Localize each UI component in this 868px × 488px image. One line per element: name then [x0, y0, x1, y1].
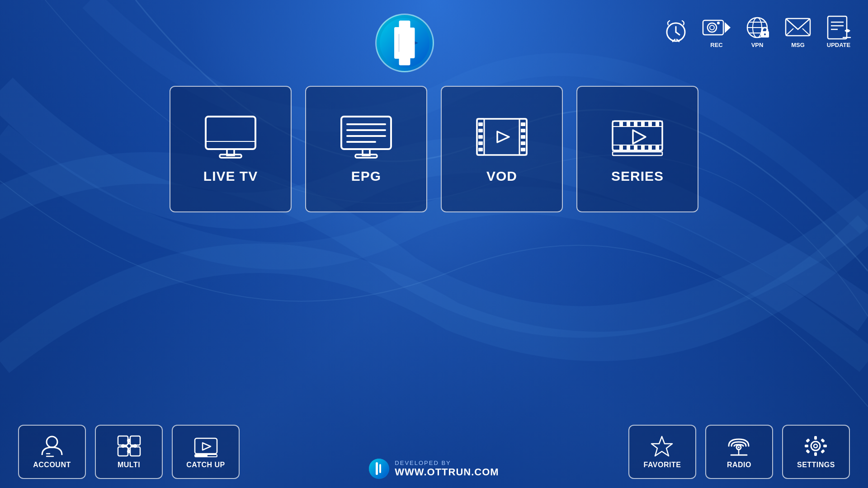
svg-rect-9 — [703, 20, 723, 35]
logo-circle — [375, 14, 434, 72]
svg-line-22 — [786, 28, 793, 36]
svg-line-23 — [802, 28, 810, 36]
vpn-icon-btn[interactable]: VPN — [741, 14, 773, 48]
svg-rect-61 — [656, 121, 659, 127]
multi-label: MULTI — [118, 461, 140, 469]
svg-rect-74 — [118, 436, 128, 445]
svg-rect-48 — [521, 122, 525, 126]
rec-label: REC — [710, 42, 722, 48]
favorite-icon — [650, 435, 675, 457]
svg-rect-56 — [619, 121, 623, 127]
multi-button[interactable]: MULTI — [95, 425, 163, 479]
svg-point-10 — [708, 23, 717, 32]
svg-marker-69 — [633, 130, 646, 144]
svg-rect-92 — [376, 462, 378, 475]
svg-rect-93 — [379, 464, 381, 473]
update-icon-btn[interactable]: UPDATE — [823, 14, 854, 48]
msg-icon-btn[interactable]: MSG — [782, 14, 814, 48]
account-icon — [40, 435, 65, 457]
developer-line2: WWW.OTTRUN.COM — [395, 466, 499, 478]
bottom-left-buttons: ACCOUNT — [18, 425, 240, 479]
svg-rect-76 — [118, 447, 128, 456]
svg-rect-44 — [478, 135, 483, 139]
svg-rect-29 — [206, 117, 255, 149]
app-logo — [375, 14, 434, 72]
svg-rect-46 — [478, 148, 483, 151]
top-bar: REC — [0, 0, 868, 72]
svg-rect-87 — [195, 438, 217, 454]
svg-rect-65 — [634, 145, 637, 150]
svg-rect-51 — [521, 141, 525, 145]
alarm-icon — [660, 18, 692, 45]
svg-rect-104 — [823, 445, 827, 447]
vod-icon — [475, 114, 529, 160]
catch-up-button[interactable]: CATCH UP — [172, 425, 240, 479]
account-label: ACCOUNT — [33, 461, 71, 469]
svg-rect-103 — [805, 445, 808, 447]
svg-rect-90 — [195, 455, 208, 457]
bottom-bar: ACCOUNT — [0, 425, 868, 488]
developer-credit: DEVELOPED BY WWW.OTTRUN.COM — [369, 459, 499, 479]
radio-icon — [726, 435, 751, 457]
svg-rect-1 — [394, 27, 401, 59]
account-button[interactable]: ACCOUNT — [18, 425, 86, 479]
msg-label: MSG — [791, 42, 805, 48]
svg-point-96 — [738, 446, 740, 448]
catch-up-icon — [193, 435, 218, 457]
svg-rect-77 — [130, 447, 140, 456]
svg-rect-52 — [521, 148, 525, 151]
svg-rect-106 — [821, 449, 826, 454]
svg-rect-50 — [521, 135, 525, 139]
svg-rect-101 — [814, 436, 817, 440]
svg-marker-12 — [725, 22, 731, 33]
epg-icon — [339, 114, 393, 160]
svg-point-11 — [710, 25, 714, 30]
svg-rect-43 — [478, 129, 483, 132]
svg-point-13 — [717, 22, 720, 24]
svg-rect-70 — [613, 152, 662, 155]
svg-rect-58 — [634, 121, 637, 127]
radio-label: RADIO — [727, 461, 751, 469]
svg-rect-105 — [806, 438, 811, 443]
main-menu: LIVE TV EPG — [170, 86, 698, 212]
svg-rect-57 — [627, 121, 630, 127]
live-tv-icon — [203, 114, 258, 160]
live-tv-card[interactable]: LIVE TV — [170, 86, 292, 212]
svg-point-82 — [127, 444, 131, 448]
svg-point-20 — [764, 33, 766, 35]
svg-rect-102 — [814, 452, 817, 456]
vpn-label: VPN — [751, 42, 764, 48]
vod-card[interactable]: VOD — [441, 86, 563, 212]
svg-rect-107 — [806, 449, 811, 454]
developer-text: DEVELOPED BY WWW.OTTRUN.COM — [395, 460, 499, 478]
settings-button[interactable]: SETTINGS — [782, 425, 850, 479]
rec-icon-btn[interactable]: REC — [701, 14, 732, 48]
favorite-label: FAVORITE — [644, 461, 681, 469]
svg-rect-63 — [619, 145, 623, 150]
settings-label: SETTINGS — [797, 461, 835, 469]
svg-rect-60 — [648, 121, 652, 127]
svg-rect-64 — [627, 145, 630, 150]
svg-rect-68 — [656, 145, 659, 150]
svg-rect-108 — [821, 438, 826, 443]
live-tv-label: LIVE TV — [203, 169, 258, 184]
series-card[interactable]: SERIES — [576, 86, 698, 212]
svg-rect-45 — [478, 141, 483, 145]
svg-marker-53 — [497, 131, 509, 142]
svg-rect-42 — [478, 122, 483, 126]
radio-button[interactable]: RADIO — [705, 425, 773, 479]
svg-point-91 — [369, 459, 389, 479]
epg-card[interactable]: EPG — [305, 86, 427, 212]
svg-marker-94 — [651, 436, 672, 456]
svg-rect-24 — [828, 16, 847, 39]
series-icon — [610, 114, 665, 160]
favorite-button[interactable]: FAVORITE — [628, 425, 696, 479]
catch-up-label: CATCH UP — [186, 461, 225, 469]
alarm-icon-btn[interactable] — [660, 18, 692, 45]
multi-icon — [117, 435, 142, 457]
svg-marker-88 — [203, 443, 211, 450]
top-right-icons: REC — [660, 9, 854, 48]
svg-rect-2 — [403, 31, 408, 55]
bottom-right-buttons: FAVORITE RADIO — [628, 425, 850, 479]
svg-point-0 — [380, 18, 429, 68]
